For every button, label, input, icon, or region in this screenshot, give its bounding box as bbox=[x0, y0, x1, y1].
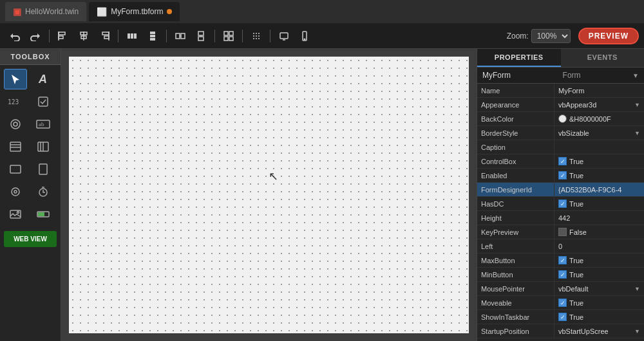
tool-pointer[interactable] bbox=[4, 69, 27, 89]
prop-enabled-label: Enabled bbox=[477, 169, 554, 182]
svg-rect-18 bbox=[198, 32, 204, 35]
prop-backcolor-value[interactable]: &H8000000F bbox=[554, 112, 644, 125]
tbform-icon: ⬜ bbox=[97, 7, 107, 17]
redo-button[interactable] bbox=[26, 27, 45, 45]
prop-keypreview-value[interactable]: False bbox=[554, 225, 644, 239]
prop-formdesignerid-value[interactable]: {AD532B0A-F9C6-4 bbox=[554, 183, 644, 196]
align-left-button[interactable] bbox=[53, 27, 73, 45]
maxbutton-checkbox[interactable]: ✓ bbox=[558, 256, 567, 264]
tool-webview[interactable]: WEB VIEW bbox=[4, 231, 57, 247]
form-canvas[interactable]: ↖ bbox=[69, 57, 469, 333]
tool-frame[interactable] bbox=[4, 159, 27, 180]
distribute-v-button[interactable] bbox=[143, 27, 162, 45]
prop-hasdc-value[interactable]: ✓ True bbox=[554, 197, 644, 210]
tool-numeric[interactable]: 123 bbox=[4, 91, 27, 112]
cursor: ↖ bbox=[269, 169, 278, 183]
enabled-checkbox[interactable]: ✓ bbox=[558, 171, 567, 180]
svg-rect-24 bbox=[229, 37, 233, 41]
tab-properties[interactable]: PROPERTIES bbox=[477, 49, 561, 67]
svg-rect-34 bbox=[280, 33, 288, 39]
title-bar: ▣ HelloWorld.twin ⬜ MyForm.tbform bbox=[0, 0, 644, 23]
undo-button[interactable] bbox=[5, 27, 24, 45]
distribute-h-button[interactable] bbox=[122, 27, 142, 45]
prop-keypreview-label: KeyPreview bbox=[477, 225, 554, 239]
svg-rect-12 bbox=[150, 32, 155, 34]
zoom-select[interactable]: 100% 75% 50% 150% bbox=[531, 29, 571, 43]
prop-row-controlbox: ControlBox ✓ True bbox=[477, 154, 644, 169]
prop-name-value[interactable]: MyForm bbox=[554, 84, 644, 97]
prop-row-minbutton: MinButton ✓ True bbox=[477, 268, 644, 282]
prop-mousepointer-label: MousePointer bbox=[477, 282, 554, 295]
svg-point-37 bbox=[304, 39, 305, 40]
toolbox-panel: TOOLBOX A 123 ab bbox=[0, 49, 61, 341]
grid-toggle-button[interactable] bbox=[247, 27, 266, 45]
prop-height-value[interactable]: 442 bbox=[554, 211, 644, 225]
prop-controlbox-value[interactable]: ✓ True bbox=[554, 154, 644, 168]
prop-maxbutton-value[interactable]: ✓ True bbox=[554, 253, 644, 267]
prop-showintaskbar-label: ShowInTaskbar bbox=[477, 310, 554, 324]
align-center-button[interactable] bbox=[74, 27, 93, 45]
prop-left-value[interactable]: 0 bbox=[554, 239, 644, 253]
prop-caption-value[interactable] bbox=[554, 140, 644, 154]
toolbox-grid: A 123 ab bbox=[0, 65, 61, 228]
controlbox-checkbox[interactable]: ✓ bbox=[558, 157, 567, 165]
prop-showintaskbar-value[interactable]: ✓ True bbox=[554, 310, 644, 324]
prop-name-label: Name bbox=[477, 84, 554, 97]
canvas-area[interactable]: ↖ bbox=[61, 49, 477, 341]
prop-formdesignerid-label: FormDesignerId bbox=[477, 183, 554, 196]
prop-minbutton-value[interactable]: ✓ True bbox=[554, 268, 644, 281]
svg-point-31 bbox=[253, 38, 254, 39]
prop-enabled-value[interactable]: ✓ True bbox=[554, 169, 644, 182]
resize-both-button[interactable] bbox=[219, 27, 238, 45]
align-right-button[interactable] bbox=[95, 27, 114, 45]
prop-row-maxbutton: MaxButton ✓ True bbox=[477, 253, 644, 268]
tool-progressbar[interactable] bbox=[32, 204, 55, 225]
tool-checkbox[interactable] bbox=[32, 91, 55, 112]
svg-point-57 bbox=[17, 212, 19, 214]
tool-option[interactable] bbox=[4, 114, 27, 134]
prop-left-label: Left bbox=[477, 239, 554, 253]
svg-rect-23 bbox=[224, 37, 228, 41]
tab-modified-dot bbox=[167, 9, 172, 14]
showintaskbar-checkbox[interactable]: ✓ bbox=[558, 313, 567, 321]
tab-events[interactable]: EVENTS bbox=[561, 49, 645, 67]
prop-moveable-value[interactable]: ✓ True bbox=[554, 296, 644, 309]
hasdc-checkbox[interactable]: ✓ bbox=[558, 199, 567, 208]
minbutton-checkbox[interactable]: ✓ bbox=[558, 270, 567, 279]
tab-myform[interactable]: ⬜ MyForm.tbform bbox=[89, 2, 180, 21]
prop-minbutton-label: MinButton bbox=[477, 268, 554, 281]
tool-image[interactable] bbox=[4, 204, 27, 225]
prop-mousepointer-value[interactable]: vbDefault ▼ bbox=[554, 282, 644, 295]
prop-row-showintaskbar: ShowInTaskbar ✓ True bbox=[477, 310, 644, 324]
svg-rect-9 bbox=[128, 33, 130, 39]
svg-rect-6 bbox=[102, 32, 109, 35]
backcolor-swatch bbox=[558, 115, 567, 123]
tool-hlist[interactable] bbox=[4, 136, 27, 157]
tool-vframe[interactable] bbox=[32, 159, 55, 180]
keypreview-checkbox[interactable] bbox=[558, 228, 567, 236]
tool-shape[interactable] bbox=[4, 181, 27, 202]
prop-row-moveable: Moveable ✓ True bbox=[477, 296, 644, 310]
svg-point-40 bbox=[14, 122, 17, 126]
prop-controlbox-label: ControlBox bbox=[477, 154, 554, 168]
tool-vlist[interactable] bbox=[32, 136, 55, 157]
svg-rect-22 bbox=[229, 32, 233, 35]
device-button[interactable] bbox=[274, 27, 294, 45]
svg-point-25 bbox=[253, 33, 254, 34]
prop-startupposition-value[interactable]: vbStartUpScree ▼ bbox=[554, 324, 644, 338]
tool-text[interactable]: A bbox=[32, 69, 55, 89]
svg-rect-14 bbox=[150, 38, 155, 41]
mousepointer-dropdown-arrow: ▼ bbox=[634, 286, 640, 292]
mobile-button[interactable] bbox=[295, 27, 314, 45]
resize-h-button[interactable] bbox=[171, 27, 190, 45]
preview-button[interactable]: PREVIEW bbox=[578, 28, 639, 44]
prop-borderstyle-value[interactable]: vbSizable ▼ bbox=[554, 126, 644, 140]
tab-helloworld[interactable]: ▣ HelloWorld.twin bbox=[5, 2, 86, 21]
tool-timer[interactable] bbox=[32, 181, 55, 202]
prop-appearance-value[interactable]: vbAppear3d ▼ bbox=[554, 98, 644, 111]
prop-appearance-label: Appearance bbox=[477, 98, 554, 111]
moveable-checkbox[interactable]: ✓ bbox=[558, 299, 567, 307]
props-selector[interactable]: MyForm Form ▼ bbox=[477, 68, 644, 84]
tool-textbox[interactable]: ab bbox=[32, 114, 55, 134]
resize-v-button[interactable] bbox=[191, 27, 211, 45]
